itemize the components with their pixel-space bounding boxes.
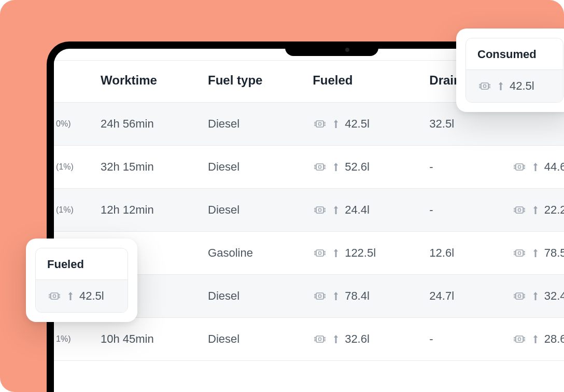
consumed-card-value: 42.5l (510, 79, 534, 93)
arrow-up-icon (332, 204, 340, 216)
fueled-card-title: Fueled (36, 248, 128, 280)
row-consumed: 22.2l (502, 189, 564, 232)
svg-rect-81 (518, 338, 520, 341)
fueled-value: 24.4l (345, 203, 370, 217)
arrow-up-icon (332, 290, 340, 302)
consumed-value: 32.4l (544, 289, 564, 303)
device-notch (285, 41, 378, 56)
table-row[interactable]: (1%)32h 15minDiesel52.6l-44.6l (54, 146, 564, 189)
svg-rect-32 (516, 207, 523, 213)
row-fuel-type: Diesel (198, 318, 302, 361)
fueled-card-body: 42.5l (36, 280, 128, 312)
svg-rect-89 (484, 85, 486, 88)
arrow-up-icon (332, 118, 340, 130)
svg-rect-9 (319, 166, 321, 169)
svg-rect-88 (481, 83, 488, 89)
row-fuel-type: Diesel (198, 275, 302, 318)
svg-rect-48 (516, 250, 523, 256)
arrow-up-icon (497, 80, 504, 92)
row-worktime: 24h 56min (90, 103, 198, 146)
chip-icon (512, 161, 527, 173)
row-consumed: 78.5l (502, 232, 564, 275)
consumed-value: 22.2l (544, 203, 564, 217)
table-row[interactable]: 1%)10h 45minDiesel32.6l-28.6l (54, 318, 564, 361)
col-worktime[interactable]: Worktime (90, 61, 198, 103)
arrow-up-icon (332, 247, 340, 259)
row-fuel-type: Diesel (198, 146, 302, 189)
svg-rect-40 (316, 250, 323, 256)
row-drained: 12.6l (419, 232, 501, 275)
svg-rect-0 (316, 121, 323, 127)
chip-icon (512, 247, 527, 259)
chip-icon (512, 333, 527, 345)
row-pct: (1%) (54, 146, 90, 189)
chip-icon (512, 290, 527, 302)
svg-rect-65 (518, 295, 520, 298)
svg-rect-16 (516, 164, 523, 170)
fueled-card-value: 42.5l (79, 289, 104, 303)
svg-rect-73 (319, 338, 321, 341)
consumed-card-title: Consumed (466, 38, 563, 70)
table-body: 0%)24h 56minDiesel42.5l32.5l(1%)32h 15mi… (54, 103, 564, 361)
chip-icon (313, 290, 327, 302)
chip-icon (47, 290, 62, 302)
svg-rect-72 (316, 336, 323, 342)
svg-rect-97 (53, 295, 56, 298)
row-drained: - (419, 189, 501, 232)
svg-rect-33 (518, 209, 520, 212)
row-fueled: 52.6l (302, 146, 419, 189)
arrow-up-icon (532, 290, 539, 302)
row-pct: 0%) (54, 103, 90, 146)
fueled-card: Fueled 42.5l (26, 239, 137, 322)
arrow-up-icon (532, 333, 539, 345)
row-fueled: 42.5l (302, 103, 419, 146)
consumed-value: 44.6l (544, 160, 564, 174)
fueled-value: 122.5l (345, 246, 376, 260)
chip-icon (477, 80, 492, 92)
row-drained: 24.7l (419, 275, 501, 318)
svg-rect-41 (319, 252, 321, 255)
svg-rect-17 (518, 166, 520, 169)
arrow-up-icon (532, 247, 539, 259)
svg-rect-24 (316, 207, 323, 213)
svg-rect-25 (319, 209, 321, 212)
row-consumed: 44.6l (502, 146, 564, 189)
consumed-value: 78.5l (544, 246, 564, 260)
chip-icon (313, 161, 327, 173)
consumed-value: 28.6l (544, 332, 564, 346)
row-worktime: 12h 12min (90, 189, 198, 232)
fueled-value: 32.6l (345, 332, 370, 346)
background-panel: Worktime Fuel type Fueled Draine 0%)24h … (0, 0, 564, 392)
svg-rect-49 (518, 252, 520, 255)
row-fueled: 24.4l (302, 189, 419, 232)
consumed-card: Consumed 42.5l (456, 29, 564, 112)
row-fuel-type: Diesel (198, 103, 302, 146)
row-fueled: 32.6l (302, 318, 419, 361)
chip-icon (512, 204, 527, 216)
col-fuel-type[interactable]: Fuel type (198, 61, 302, 103)
chip-icon (313, 204, 327, 216)
svg-rect-56 (316, 293, 323, 299)
arrow-up-icon (532, 161, 539, 173)
fueled-value: 52.6l (345, 160, 370, 174)
row-fuel-type: Gasoline (198, 232, 302, 275)
svg-rect-57 (319, 295, 321, 298)
svg-rect-96 (51, 293, 58, 299)
svg-rect-80 (516, 336, 523, 342)
chip-icon (313, 247, 327, 259)
row-drained: - (419, 318, 501, 361)
row-fueled: 122.5l (302, 232, 419, 275)
fueled-value: 42.5l (345, 117, 370, 131)
arrow-up-icon (332, 161, 340, 173)
chip-icon (313, 118, 327, 130)
consumed-card-body: 42.5l (466, 70, 563, 102)
svg-rect-1 (319, 123, 321, 125)
row-consumed: 28.6l (502, 318, 564, 361)
chip-icon (313, 333, 327, 345)
arrow-up-icon (67, 290, 74, 302)
col-fueled[interactable]: Fueled (302, 61, 419, 103)
svg-rect-8 (316, 164, 323, 170)
row-drained: - (419, 146, 501, 189)
row-pct: (1%) (54, 189, 90, 232)
table-row[interactable]: (1%)12h 12minDiesel24.4l-22.2l (54, 189, 564, 232)
